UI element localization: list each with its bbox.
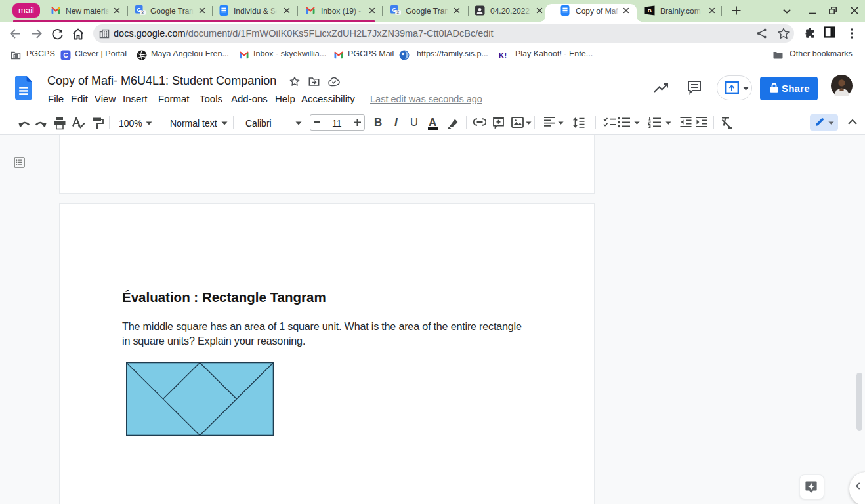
svg-text:C: C <box>63 51 68 59</box>
svg-text:文: 文 <box>140 9 145 14</box>
svg-text:K!: K! <box>499 51 507 60</box>
svg-text:文: 文 <box>396 9 400 14</box>
svg-text:B: B <box>648 8 652 14</box>
